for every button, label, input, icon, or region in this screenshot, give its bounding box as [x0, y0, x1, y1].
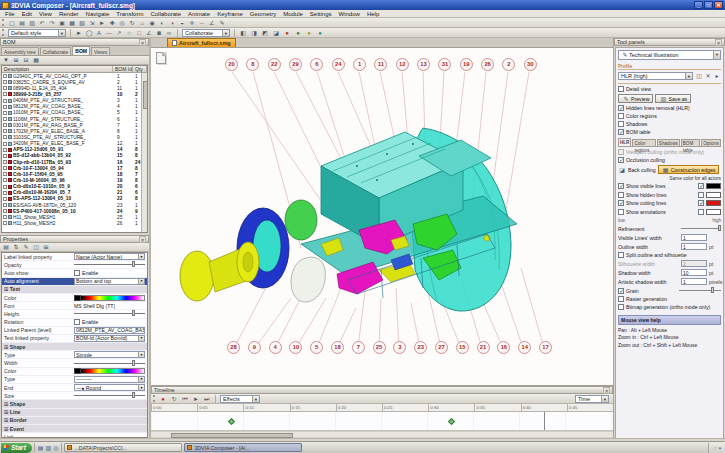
text-tool-icon[interactable]: A	[95, 29, 103, 37]
callout-balloon[interactable]: 23	[414, 341, 427, 354]
callout-balloon[interactable]: 30	[524, 58, 537, 71]
row-checkbox[interactable]	[3, 209, 7, 213]
refinement-slider[interactable]	[681, 225, 721, 232]
bom-row[interactable]: 0301M_PTE_AV_RAG_BASE_P 7 1	[2, 122, 147, 128]
tray-icon[interactable]: ▪	[719, 445, 721, 451]
color-checkbox[interactable]	[698, 192, 704, 198]
ghost-icon[interactable]: ◑	[168, 19, 176, 27]
detail-view-option[interactable]: Detail view	[618, 86, 721, 92]
row-checkbox[interactable]	[3, 92, 7, 96]
columns-icon[interactable]: ▦	[32, 56, 40, 64]
property-dropdown[interactable]: Name (Actor Name)▾	[74, 253, 145, 260]
line-color-swatch[interactable]	[706, 183, 721, 189]
row-checkbox[interactable]	[3, 172, 7, 176]
play-icon[interactable]: ►	[192, 395, 200, 403]
callout-balloon[interactable]: 6	[310, 58, 323, 71]
collapse-all-icon[interactable]: ⊟	[22, 56, 30, 64]
prop-pin-icon[interactable]: ⊞	[42, 243, 50, 251]
shadow-mode-icon[interactable]: ◩	[261, 29, 269, 37]
back-culling-label[interactable]: Back culling	[628, 167, 656, 173]
copy-icon[interactable]: ▣	[58, 19, 66, 27]
checkbox[interactable]	[618, 200, 624, 206]
panel-tab[interactable]: Assembly tree	[1, 47, 39, 55]
bom-row[interactable]: 38999-3-21Br_05_257 10 2	[2, 91, 147, 97]
property-row[interactable]: Font MS Shell Dlg (TT)▾ MS Shell Dlg (TT…	[2, 302, 147, 310]
checkbox[interactable]	[618, 252, 624, 258]
column-qty[interactable]: Qty	[133, 66, 147, 72]
hide-icon[interactable]: ◒	[178, 19, 186, 27]
bom-row[interactable]: ES-P400-417-10008n_05_10 24 9	[2, 208, 147, 214]
go-start-icon[interactable]: ⏮	[181, 395, 189, 403]
camera-icon[interactable]: ◉	[148, 19, 156, 27]
callout-balloon[interactable]: 21	[477, 341, 490, 354]
property-dropdown[interactable]: Bottom and top▾	[74, 278, 145, 285]
callout-balloon[interactable]: 15	[456, 341, 469, 354]
lighting-icon[interactable]: ◨	[250, 29, 258, 37]
close-icon[interactable]: ✕	[139, 236, 146, 243]
property-row[interactable]: Auto show Enable▾ Enable Enable	[2, 269, 147, 277]
color-swatch[interactable]	[74, 295, 81, 301]
checkbox[interactable]	[618, 209, 624, 215]
menu-item[interactable]: Collaborate	[150, 11, 181, 17]
checkbox[interactable]	[618, 105, 624, 111]
property-row[interactable]: Height ▾	[2, 310, 147, 318]
menu-item[interactable]: Edit	[22, 11, 32, 17]
toolbar-grip[interactable]	[153, 395, 156, 402]
bom-row[interactable]: 1010M_PTE_AV_COAG_BASE_ 5 1	[2, 110, 147, 116]
circle-tool-icon[interactable]: ○	[125, 29, 133, 37]
row-checkbox[interactable]	[3, 74, 7, 78]
workshop-tab[interactable]: HLR	[618, 138, 631, 146]
playhead[interactable]	[544, 412, 545, 430]
collaborate-dropdown[interactable]: Collaborate▾	[182, 29, 230, 37]
bom-row[interactable]: Crb-10-F-15f04_05_95 18 7	[2, 171, 147, 177]
keyframe-marker[interactable]	[228, 418, 235, 425]
property-row[interactable]: Text ▾	[2, 286, 147, 294]
slider-thumb[interactable]	[132, 360, 135, 366]
measure-tool-icon[interactable]: ∠	[145, 29, 153, 37]
visibility-icon[interactable]: ◐	[158, 19, 166, 27]
workshop-selector[interactable]: ✎ Technical Illustration ▾	[618, 50, 721, 60]
row-checkbox[interactable]	[3, 148, 7, 152]
callout-balloon[interactable]: 22	[268, 58, 281, 71]
close-icon[interactable]: ✕	[715, 39, 722, 46]
color-checkbox[interactable]	[698, 209, 704, 215]
callout-balloon[interactable]: 3	[393, 341, 406, 354]
panel-tab[interactable]: Collaborate	[40, 47, 72, 55]
row-checkbox[interactable]	[3, 129, 7, 133]
menu-item[interactable]: Render	[59, 11, 79, 17]
panel-tab[interactable]: BOM	[72, 46, 90, 55]
go-end-icon[interactable]: ⏭	[203, 395, 211, 403]
menu-item[interactable]: File	[5, 11, 15, 17]
workshop-tab[interactable]: Shadows	[657, 139, 680, 146]
detail-view-checkbox[interactable]	[618, 86, 624, 92]
bom-scrollbar[interactable]	[141, 73, 147, 232]
artistic-shadow-width-field[interactable]: 1	[681, 278, 707, 285]
grain-slider[interactable]	[679, 287, 721, 294]
navigate-icon[interactable]: ✛	[188, 19, 196, 27]
bom-row[interactable]: Crb-d0x10-M-16204_05_7 21 6	[2, 190, 147, 196]
menu-item[interactable]: Help	[367, 11, 379, 17]
render-mode-icon[interactable]: ◧	[239, 29, 247, 37]
bom-row[interactable]: 1106M_PTE_AV_STRUCTURE_ 6 1	[2, 116, 147, 122]
checkbox[interactable]	[618, 157, 624, 163]
callout-balloon[interactable]: 20	[225, 58, 238, 71]
browser-icon[interactable]: ◎	[53, 444, 58, 451]
timeline-scrollbar[interactable]	[151, 431, 613, 437]
profile-delete-icon[interactable]: ✕	[704, 72, 712, 80]
row-checkbox[interactable]	[3, 99, 7, 103]
bom-row[interactable]: 3420M_PTE_AV_ELEC_BASE_F 12 1	[2, 141, 147, 147]
occlusion-culling-option[interactable]: Occlusion culling	[618, 157, 721, 163]
bom-row[interactable]: H11_Show_MESH2 26 1	[2, 220, 147, 226]
color-spectrum[interactable]	[81, 295, 145, 301]
callout-balloon[interactable]: 9	[248, 341, 261, 354]
keyframe-marker[interactable]	[448, 418, 455, 425]
property-row[interactable]: Opacity ▾	[2, 261, 147, 269]
red-dot-icon[interactable]: ●	[283, 29, 291, 37]
line-color-swatch[interactable]	[706, 192, 721, 198]
bom-row[interactable]: ES/SAG-AVB-187Dn_05_120 23 1	[2, 202, 147, 208]
callout-balloon[interactable]: 1	[353, 58, 366, 71]
import-icon[interactable]: ⇲	[88, 19, 96, 27]
callout-tool-icon[interactable]: ◯	[85, 29, 93, 37]
workshop-option[interactable]: BOM table	[618, 129, 721, 135]
profile-next-icon[interactable]: ▸	[713, 72, 721, 80]
